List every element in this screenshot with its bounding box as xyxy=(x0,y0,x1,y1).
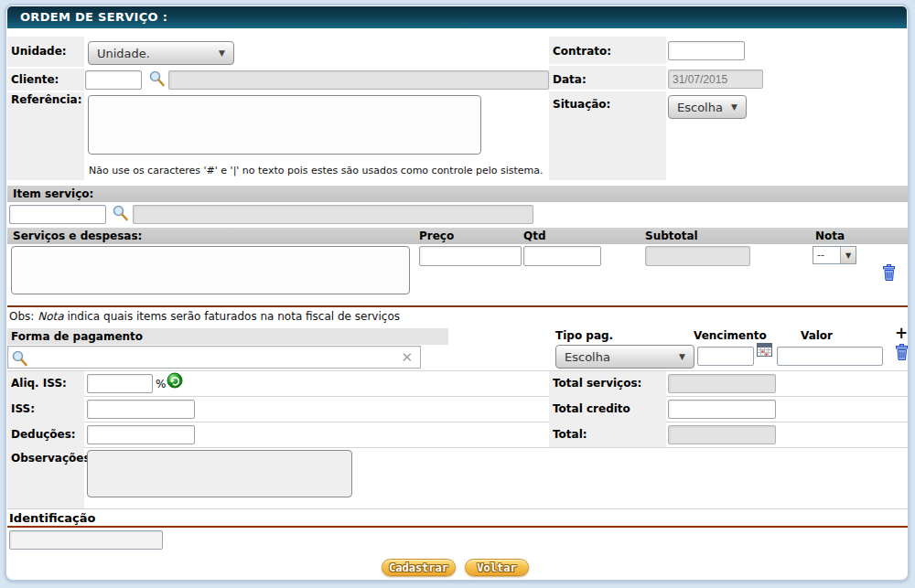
cliente-code-input[interactable] xyxy=(85,70,142,90)
item-servico-desc-input[interactable] xyxy=(133,205,533,224)
add-payment-icon[interactable]: + xyxy=(895,326,908,340)
item-servico-header: Item serviço: xyxy=(7,186,908,202)
situacao-select-value: Escolha xyxy=(677,101,723,114)
col-subtotal: Subtotal xyxy=(645,228,698,244)
tipo-pag-select-value: Escolha xyxy=(565,350,610,364)
item-servico-code-input[interactable] xyxy=(9,205,106,224)
iss-input[interactable] xyxy=(87,400,195,419)
data-input[interactable] xyxy=(668,69,763,89)
total-input[interactable] xyxy=(668,425,776,444)
cliente-label: Cliente: xyxy=(11,73,59,86)
nota-select-value: -- xyxy=(813,247,840,263)
forma-pagamento-search[interactable]: ✕ xyxy=(7,346,421,369)
refresh-icon[interactable] xyxy=(167,372,183,389)
situacao-label: Situação: xyxy=(553,98,610,111)
search-icon[interactable] xyxy=(11,349,28,368)
col-qtd: Qtd xyxy=(523,228,546,244)
iss-label: ISS: xyxy=(11,402,35,415)
vencimento-label: Vencimento xyxy=(694,329,767,342)
page-title: ORDEM DE SERVIÇO : xyxy=(7,6,907,28)
referencia-textarea[interactable] xyxy=(88,95,481,155)
situacao-select[interactable]: Escolha ▼ xyxy=(668,95,747,119)
obs-note: Obs: Nota indica quais items serão fatur… xyxy=(9,310,400,323)
search-icon[interactable] xyxy=(148,69,166,88)
servicos-textarea[interactable] xyxy=(11,246,410,294)
tipo-pag-label: Tipo pag. xyxy=(555,329,613,342)
total-servicos-label: Total serviços: xyxy=(553,377,641,390)
aliq-iss-label: Aliq. ISS: xyxy=(11,377,67,390)
cliente-name-input[interactable] xyxy=(168,70,549,90)
total-servicos-input[interactable] xyxy=(668,374,776,393)
preco-input[interactable] xyxy=(419,246,522,266)
percent-sign: % xyxy=(156,378,166,390)
servicos-header-bar xyxy=(7,228,908,244)
row-divider xyxy=(549,90,908,91)
total-credito-input[interactable] xyxy=(668,400,776,419)
identificacao-input[interactable] xyxy=(9,530,163,550)
left-label-column xyxy=(7,37,84,180)
forma-pagamento-header: Forma de pagamento xyxy=(7,328,448,345)
total-label: Total: xyxy=(553,428,587,441)
unidade-select-value: Unidade. xyxy=(97,47,150,60)
nota-select[interactable]: -- ▼ xyxy=(813,246,856,264)
valor-input[interactable] xyxy=(777,347,883,366)
obs-prefix: Obs: xyxy=(9,310,38,323)
observacoes-textarea[interactable] xyxy=(87,450,352,497)
identificacao-header: Identificação xyxy=(9,511,95,525)
contrato-input[interactable] xyxy=(668,41,745,60)
deducoes-input[interactable] xyxy=(87,425,195,444)
chevron-down-icon: ▼ xyxy=(219,48,225,58)
cadastrar-button[interactable]: Cadastrar xyxy=(382,559,456,576)
search-icon[interactable] xyxy=(112,204,129,222)
unidade-select[interactable]: Unidade. ▼ xyxy=(88,41,234,65)
data-label: Data: xyxy=(553,73,587,86)
chevron-down-icon: ▼ xyxy=(679,352,685,361)
row-divider xyxy=(7,67,545,69)
col-preco: Preço xyxy=(419,228,454,244)
trash-icon[interactable] xyxy=(881,263,897,282)
qtd-input[interactable] xyxy=(523,246,601,266)
total-credito-label: Total credito xyxy=(553,402,630,415)
section-rule xyxy=(7,305,908,307)
voltar-button[interactable]: Voltar xyxy=(465,559,529,576)
chevron-down-icon: ▼ xyxy=(840,247,856,263)
row-divider xyxy=(7,396,908,397)
trash-icon[interactable] xyxy=(894,343,910,361)
vencimento-input[interactable] xyxy=(697,347,754,366)
deducoes-label: Deduções: xyxy=(11,428,76,441)
clear-icon[interactable]: ✕ xyxy=(401,351,413,365)
calendar-icon[interactable] xyxy=(757,342,773,358)
referencia-label: Referência: xyxy=(11,93,81,106)
unidade-label: Unidade: xyxy=(11,45,67,58)
row-divider xyxy=(7,370,908,371)
valor-label: Valor xyxy=(801,329,833,342)
subtotal-input[interactable] xyxy=(645,246,750,266)
contrato-label: Contrato: xyxy=(553,45,611,58)
servicos-header: Serviços e despesas: xyxy=(13,228,142,244)
obs-suffix: indica quais items serão faturados na no… xyxy=(64,310,400,323)
row-divider xyxy=(7,508,908,509)
col-nota: Nota xyxy=(815,228,845,244)
row-divider xyxy=(549,64,908,66)
page-title-label: ORDEM DE SERVIÇO : xyxy=(20,10,167,24)
referencia-note: Não use os caracteres '#' e '|' no texto… xyxy=(89,165,544,176)
obs-italic: Nota xyxy=(38,310,63,323)
row-divider xyxy=(7,422,908,422)
chevron-down-icon: ▼ xyxy=(731,102,737,112)
tipo-pag-select[interactable]: Escolha ▼ xyxy=(555,345,694,369)
observacoes-label: Observações: xyxy=(11,452,94,465)
aliq-iss-input[interactable] xyxy=(87,374,153,393)
section-rule xyxy=(7,526,908,528)
row-divider xyxy=(7,91,545,92)
row-divider xyxy=(7,447,908,448)
